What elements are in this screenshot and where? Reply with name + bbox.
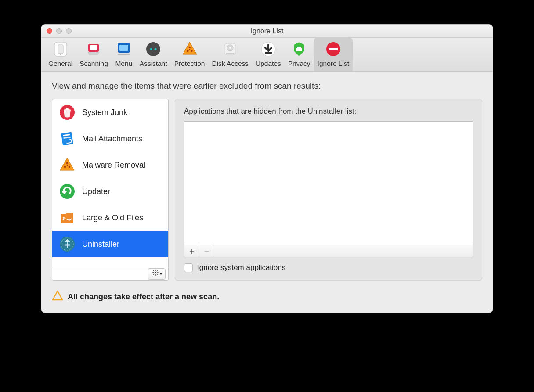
tab-menu[interactable]: Menu (112, 38, 136, 71)
svg-point-2 (60, 54, 61, 55)
columns: System Junk Mail Attachments Malware Rem… (52, 99, 482, 281)
updater-icon (58, 183, 76, 200)
biohazard-icon (181, 40, 198, 58)
category-list: System Junk Mail Attachments Malware Rem… (52, 99, 168, 267)
titlebar: Ignore List (41, 25, 493, 38)
minus-icon: − (204, 247, 209, 255)
ignore-list-box: ＋ − (184, 121, 473, 257)
sidebar-footer: ▾ (52, 267, 168, 280)
large-old-files-icon (58, 209, 76, 227)
svg-rect-6 (119, 45, 128, 51)
svg-rect-7 (118, 54, 130, 55)
footer-note-text: All changes take effect after a new scan… (68, 292, 219, 302)
close-button[interactable] (47, 28, 52, 34)
tab-scanning[interactable]: Scanning (76, 38, 112, 71)
sidebar-item-updater[interactable]: Updater (52, 178, 168, 205)
svg-point-14 (189, 49, 190, 50)
instruction-text: View and manage the items that were earl… (52, 81, 482, 91)
tab-label: Menu (115, 60, 132, 68)
ignore-system-apps-row[interactable]: Ignore system applications (184, 263, 473, 272)
section-label: Applications that are hidden from the Un… (184, 107, 473, 116)
svg-point-8 (146, 42, 160, 56)
svg-rect-23 (329, 48, 338, 50)
preferences-window: Ignore List General Scanning Menu A (41, 24, 493, 313)
tab-label: Updates (256, 60, 281, 68)
no-entry-icon (325, 40, 342, 58)
minimize-button[interactable] (56, 28, 62, 34)
tab-label: Scanning (79, 60, 108, 68)
checkbox-label: Ignore system applications (197, 263, 285, 272)
sidebar-item-system-junk[interactable]: System Junk (52, 99, 168, 126)
tab-label: Protection (174, 60, 205, 68)
ignore-system-apps-checkbox[interactable] (184, 263, 193, 272)
svg-point-30 (64, 166, 66, 168)
svg-line-43 (156, 274, 157, 275)
sidebar-item-label: Updater (82, 187, 110, 196)
svg-point-33 (60, 184, 75, 199)
sidebar-item-uninstaller[interactable]: Uninstaller (52, 231, 168, 257)
tab-assistant[interactable]: Assistant (136, 38, 171, 71)
assistant-icon (144, 40, 162, 58)
scanner-icon (85, 40, 102, 58)
svg-point-34 (63, 217, 65, 219)
traffic-lights (41, 28, 72, 34)
svg-point-31 (69, 166, 71, 168)
tab-ignore-list[interactable]: Ignore List (314, 38, 353, 71)
sidebar-gear-menu[interactable]: ▾ (148, 268, 166, 280)
malware-removal-icon (58, 156, 76, 174)
warning-icon (52, 290, 63, 304)
svg-point-17 (229, 47, 231, 49)
sidebar-item-label: Mail Attachments (82, 134, 142, 144)
tab-general[interactable]: General (45, 38, 76, 71)
svg-line-45 (156, 270, 157, 271)
footer-note: All changes take effect after a new scan… (52, 290, 482, 304)
svg-rect-4 (90, 45, 97, 50)
disk-icon (221, 40, 239, 58)
svg-rect-25 (66, 108, 69, 110)
details-pane: Applications that are hidden from the Un… (175, 99, 482, 281)
sidebar-item-large-old-files[interactable]: Large & Old Files (52, 205, 168, 231)
tab-disk-access[interactable]: Disk Access (208, 38, 252, 71)
hand-icon (290, 40, 308, 58)
tab-label: General (48, 60, 72, 68)
gear-icon (152, 269, 159, 278)
window-body: View and manage the items that were earl… (41, 72, 493, 313)
svg-point-29 (66, 162, 69, 165)
tab-label: Privacy (288, 60, 310, 68)
svg-rect-18 (226, 53, 235, 54)
svg-rect-1 (58, 45, 63, 54)
add-button[interactable]: ＋ (184, 245, 199, 257)
mail-attachments-icon (58, 130, 76, 147)
svg-point-32 (67, 165, 68, 166)
svg-line-44 (153, 274, 154, 275)
zoom-button[interactable] (66, 28, 72, 34)
sidebar-item-mail-attachments[interactable]: Mail Attachments (52, 126, 168, 152)
tab-label: Ignore List (318, 60, 349, 68)
plus-icon: ＋ (188, 247, 196, 255)
tab-label: Assistant (140, 60, 167, 68)
svg-point-10 (155, 48, 157, 50)
sidebar-item-label: System Junk (82, 108, 127, 117)
sidebar-item-label: Malware Removal (82, 161, 145, 170)
ignore-list-footer: ＋ − (184, 245, 473, 257)
menu-icon (115, 40, 133, 58)
remove-button[interactable]: − (199, 245, 214, 257)
svg-point-13 (191, 50, 192, 52)
svg-line-42 (153, 270, 154, 271)
sidebar-item-malware-removal[interactable]: Malware Removal (52, 152, 168, 178)
ignore-list-content[interactable] (184, 122, 473, 245)
uninstaller-icon (58, 235, 76, 253)
sidebar-item-label: Uninstaller (82, 240, 119, 249)
window-title: Ignore List (41, 27, 493, 35)
tab-updates[interactable]: Updates (252, 38, 285, 71)
download-icon (260, 40, 277, 58)
system-junk-icon (58, 104, 76, 121)
phone-icon (52, 40, 69, 58)
svg-rect-20 (265, 52, 272, 54)
tab-label: Disk Access (212, 60, 249, 68)
chevron-down-icon: ▾ (160, 271, 162, 276)
svg-point-11 (188, 47, 190, 48)
tab-privacy[interactable]: Privacy (285, 38, 314, 71)
tab-protection[interactable]: Protection (171, 38, 209, 71)
preferences-toolbar: General Scanning Menu Assistant Protecti (41, 38, 493, 72)
